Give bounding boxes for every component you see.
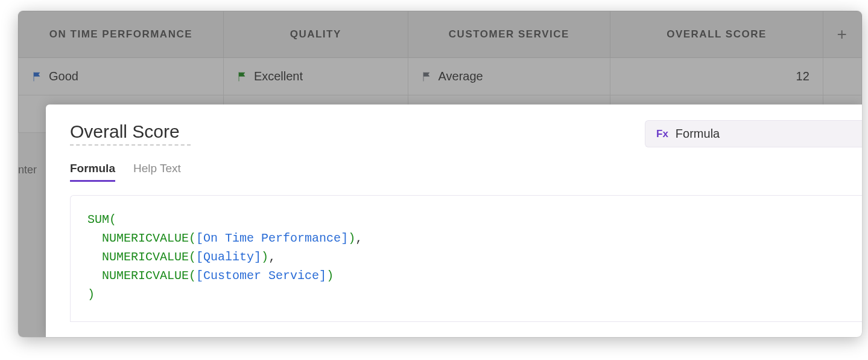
truncated-label: nter [18, 164, 37, 176]
panel-tabs: Formula Help Text [70, 162, 862, 182]
column-name-input[interactable]: Overall Score [70, 121, 191, 146]
fx-icon: Fx [656, 128, 668, 140]
formula-editor[interactable]: SUM( NUMERICVALUE([On Time Performance])… [70, 195, 862, 322]
column-type-selector[interactable]: Fx Formula [645, 120, 862, 147]
tab-formula[interactable]: Formula [70, 162, 115, 182]
tab-help-text[interactable]: Help Text [133, 162, 181, 182]
column-editor-panel: Overall Score Fx Formula Formula Help Te… [46, 104, 862, 337]
formula-code: SUM( NUMERICVALUE([On Time Performance])… [87, 210, 845, 304]
column-type-label: Formula [676, 127, 720, 141]
